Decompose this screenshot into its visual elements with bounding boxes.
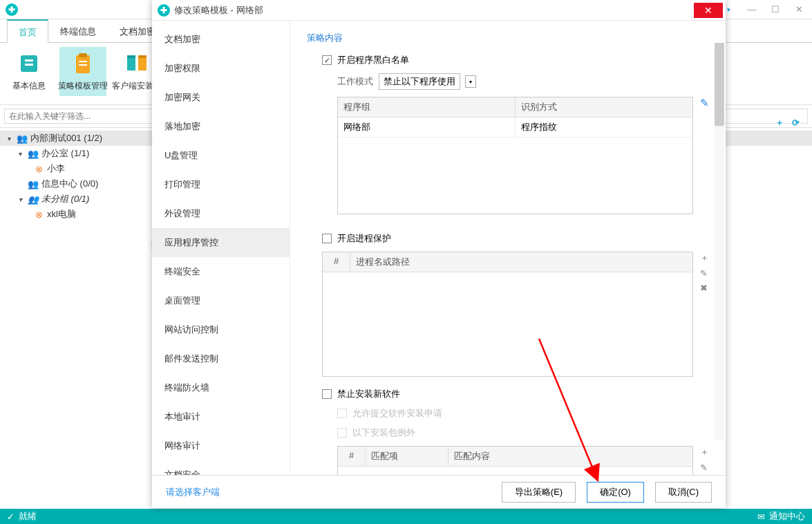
allow-submit-checkbox[interactable] <box>337 409 347 418</box>
side-item-doc-encrypt[interactable]: 文档加密 <box>152 25 290 54</box>
add-icon[interactable]: + <box>777 118 782 128</box>
except-pkg-checkbox[interactable] <box>337 428 347 438</box>
svg-rect-8 <box>138 58 147 71</box>
tree-office-label: 办公室 (1/1) <box>41 147 89 160</box>
dialog-logo-icon: ✚ <box>158 4 170 17</box>
forbid-install-label: 禁止安装新软件 <box>337 388 400 400</box>
chevron-down-icon[interactable]: ▾ <box>465 75 476 88</box>
export-policy-button[interactable]: 导出策略(E) <box>502 482 576 503</box>
dialog-close-button[interactable]: ✕ <box>694 3 723 18</box>
tree-user2-label: xkl电脑 <box>47 208 76 221</box>
tree-root-label: 内部测试001 (1/2) <box>30 132 102 144</box>
refresh-icon[interactable]: ⟳ <box>792 118 800 128</box>
side-item-usb-mgmt[interactable]: U盘管理 <box>152 141 290 170</box>
grid3-header-content: 匹配内容 <box>449 447 692 467</box>
ok-button[interactable]: 确定(O) <box>587 482 644 503</box>
app-logo-icon: ✚ <box>6 3 18 16</box>
ribbon-policy-label: 策略模板管理 <box>58 80 108 92</box>
process-path-grid: # 进程名或路径 <box>322 252 693 377</box>
basic-info-icon <box>15 50 43 77</box>
check-icon: ✓ <box>7 512 15 522</box>
grid1-header-method: 识别方式 <box>516 97 693 118</box>
except-pkg-label: 以下安装包例外 <box>352 427 415 439</box>
grid3-header-num: # <box>338 447 366 467</box>
tree-user1-label: 小李 <box>47 162 65 175</box>
enable-process-protect-checkbox[interactable] <box>322 234 332 243</box>
side-item-doc-security[interactable]: 文档安全 <box>152 460 290 475</box>
content-scrollbar[interactable] <box>715 43 724 440</box>
chevron-down-icon: ▾ <box>727 6 730 13</box>
group-icon: 👥 <box>28 194 39 205</box>
maximize-button[interactable]: ☐ <box>768 4 783 15</box>
splitter-handle[interactable]: ⋮⋮ <box>152 242 155 247</box>
svg-rect-7 <box>127 58 135 71</box>
side-item-app-control[interactable]: 应用程序管控 <box>152 228 290 257</box>
offline-icon: ⊗ <box>33 164 44 174</box>
tab-terminal-info[interactable]: 终端信息 <box>48 19 108 42</box>
chevron-down-icon: ▾ <box>4 135 14 142</box>
allow-submit-label: 允许提交软件安装申请 <box>352 407 442 420</box>
grid2-header-num: # <box>323 252 350 272</box>
install-pkg-icon <box>123 50 151 77</box>
chevron-down-icon: ▾ <box>15 196 25 203</box>
grid3-header-match: 匹配项 <box>366 447 449 467</box>
workmode-value: 禁止以下程序使用 <box>384 75 455 88</box>
forbid-install-checkbox[interactable] <box>322 389 332 399</box>
delete-icon[interactable]: ✖ <box>700 283 709 293</box>
workmode-label: 工作模式 <box>337 75 373 88</box>
side-item-mail-send[interactable]: 邮件发送控制 <box>152 344 290 373</box>
side-item-terminal-security[interactable]: 终端安全 <box>152 257 290 286</box>
workmode-select[interactable]: 禁止以下程序使用 <box>379 73 460 90</box>
side-item-terminal-firewall[interactable]: 终端防火墙 <box>152 373 290 402</box>
except-pkg-grid: # 匹配项 匹配内容 <box>337 446 693 475</box>
side-item-desktop-mgmt[interactable]: 桌面管理 <box>152 286 290 315</box>
section-title: 策略内容 <box>307 32 709 44</box>
select-client-link[interactable]: 请选择客户端 <box>166 486 220 498</box>
svg-rect-6 <box>79 64 87 66</box>
side-item-web-access[interactable]: 网站访问控制 <box>152 315 290 344</box>
notify-center-label: 通知中心 <box>769 510 805 523</box>
ribbon-basic-info[interactable]: 基本信息 <box>6 47 53 96</box>
edit-icon[interactable]: ✎ <box>700 268 709 279</box>
status-ready-label: 就绪 <box>19 510 37 523</box>
grid1-r1c2: 程序指纹 <box>516 118 693 138</box>
dialog-titlebar: ✚ 修改策略模板 - 网络部 ✕ <box>152 0 726 21</box>
enable-blacklist-checkbox[interactable] <box>322 55 332 65</box>
side-item-peripheral-mgmt[interactable]: 外设管理 <box>152 199 290 228</box>
notification-center[interactable]: ✉ 通知中心 <box>757 510 805 523</box>
chevron-down-icon: ▾ <box>15 150 25 158</box>
cancel-button[interactable]: 取消(C) <box>655 482 712 503</box>
edit-icon[interactable]: ✎ <box>700 462 709 473</box>
add-icon[interactable]: ＋ <box>700 252 709 264</box>
tab-home[interactable]: 首页 <box>7 19 48 43</box>
close-button[interactable]: ✕ <box>791 4 806 15</box>
tree-ungrouped-label: 未分组 (0/1) <box>41 193 89 205</box>
edit-icon[interactable]: ✎ <box>700 97 709 214</box>
group-icon: 👥 <box>17 133 28 144</box>
svg-rect-10 <box>138 55 147 58</box>
program-group-grid: 程序组 识别方式 网络部 程序指纹 <box>337 97 693 214</box>
tree-infocenter-label: 信息中心 (0/0) <box>41 178 98 190</box>
side-item-landing-encrypt[interactable]: 落地加密 <box>152 112 290 141</box>
policy-template-icon <box>69 50 97 77</box>
offline-icon: ⊗ <box>33 209 44 220</box>
dialog-footer: 请选择客户端 导出策略(E) 确定(O) 取消(C) <box>152 475 726 508</box>
svg-rect-1 <box>25 59 33 62</box>
side-item-encrypt-gateway[interactable]: 加密网关 <box>152 83 290 112</box>
list-toolbar: + ⟳ <box>777 118 800 128</box>
mail-icon: ✉ <box>757 512 765 522</box>
ribbon-basic-label: 基本信息 <box>12 80 46 92</box>
add-icon[interactable]: ＋ <box>700 446 709 458</box>
enable-blacklist-label: 开启程序黑白名单 <box>337 54 409 66</box>
grid1-r1c1: 网络部 <box>338 118 516 138</box>
side-item-print-mgmt[interactable]: 打印管理 <box>152 170 290 199</box>
grid1-row-1[interactable]: 网络部 程序指纹 <box>338 118 692 138</box>
svg-rect-9 <box>127 55 135 58</box>
side-item-encrypt-perm[interactable]: 加密权限 <box>152 54 290 83</box>
grid2-header-path: 进程名或路径 <box>350 252 692 272</box>
ribbon-policy-template[interactable]: 策略模板管理 <box>59 47 106 96</box>
minimize-button[interactable]: — <box>744 4 759 15</box>
side-item-local-audit[interactable]: 本地审计 <box>152 402 290 431</box>
svg-rect-4 <box>79 53 87 57</box>
side-item-network-audit[interactable]: 网络审计 <box>152 431 290 460</box>
